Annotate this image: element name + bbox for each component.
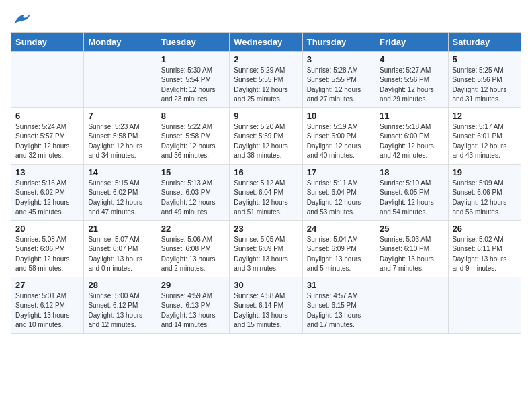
day-number: 22: [161, 224, 225, 234]
day-cell: 23Sunrise: 5:05 AM Sunset: 6:09 PM Dayli…: [230, 220, 302, 277]
day-cell: 7Sunrise: 5:23 AM Sunset: 5:58 PM Daylig…: [84, 107, 157, 164]
day-content: Sunrise: 5:17 AM Sunset: 6:01 PM Dayligh…: [453, 122, 517, 161]
day-content: Sunrise: 5:00 AM Sunset: 6:12 PM Dayligh…: [88, 291, 152, 330]
day-content: Sunrise: 5:30 AM Sunset: 5:54 PM Dayligh…: [161, 66, 225, 105]
day-content: Sunrise: 5:15 AM Sunset: 6:02 PM Dayligh…: [88, 179, 152, 218]
day-content: Sunrise: 5:13 AM Sunset: 6:03 PM Dayligh…: [161, 179, 225, 218]
day-cell: [448, 277, 521, 333]
day-content: Sunrise: 4:58 AM Sunset: 6:14 PM Dayligh…: [234, 291, 298, 330]
header-cell-wednesday: Wednesday: [230, 32, 302, 51]
day-content: Sunrise: 5:29 AM Sunset: 5:55 PM Dayligh…: [234, 66, 298, 105]
day-number: 17: [307, 167, 371, 177]
day-cell: 25Sunrise: 5:03 AM Sunset: 6:10 PM Dayli…: [375, 220, 448, 277]
day-cell: 2Sunrise: 5:29 AM Sunset: 5:55 PM Daylig…: [230, 51, 302, 107]
calendar-body: 1Sunrise: 5:30 AM Sunset: 5:54 PM Daylig…: [11, 51, 521, 333]
day-content: Sunrise: 5:11 AM Sunset: 6:04 PM Dayligh…: [307, 179, 371, 218]
day-number: 30: [234, 280, 298, 290]
day-number: 7: [88, 111, 152, 121]
day-cell: 12Sunrise: 5:17 AM Sunset: 6:01 PM Dayli…: [448, 107, 521, 164]
day-cell: 30Sunrise: 4:58 AM Sunset: 6:14 PM Dayli…: [230, 277, 302, 333]
day-cell: 19Sunrise: 5:09 AM Sunset: 6:06 PM Dayli…: [448, 164, 521, 220]
day-cell: 10Sunrise: 5:19 AM Sunset: 6:00 PM Dayli…: [302, 107, 375, 164]
day-number: 31: [307, 280, 371, 290]
day-cell: 17Sunrise: 5:11 AM Sunset: 6:04 PM Dayli…: [302, 164, 375, 220]
day-content: Sunrise: 5:18 AM Sunset: 6:00 PM Dayligh…: [380, 122, 443, 161]
day-content: Sunrise: 5:09 AM Sunset: 6:06 PM Dayligh…: [453, 179, 517, 218]
page-header: [11, 11, 521, 27]
day-number: 4: [380, 54, 443, 64]
day-number: 24: [307, 224, 371, 234]
day-content: Sunrise: 5:08 AM Sunset: 6:06 PM Dayligh…: [15, 235, 79, 274]
day-number: 14: [88, 167, 152, 177]
day-cell: [84, 51, 157, 107]
day-content: Sunrise: 5:25 AM Sunset: 5:56 PM Dayligh…: [453, 66, 517, 105]
day-content: Sunrise: 5:19 AM Sunset: 6:00 PM Dayligh…: [307, 122, 371, 161]
day-number: 5: [453, 54, 517, 64]
week-row-3: 13Sunrise: 5:16 AM Sunset: 6:02 PM Dayli…: [11, 164, 521, 220]
day-content: Sunrise: 5:27 AM Sunset: 5:56 PM Dayligh…: [380, 66, 443, 105]
day-number: 23: [234, 224, 298, 234]
calendar-table: SundayMondayTuesdayWednesdayThursdayFrid…: [11, 32, 521, 334]
header-cell-tuesday: Tuesday: [157, 32, 229, 51]
header-cell-friday: Friday: [375, 32, 448, 51]
day-number: 27: [15, 280, 79, 290]
logo-bird-icon: [12, 11, 31, 26]
day-number: 21: [88, 224, 152, 234]
day-number: 6: [15, 111, 79, 121]
day-number: 25: [380, 224, 443, 234]
day-content: Sunrise: 5:04 AM Sunset: 6:09 PM Dayligh…: [307, 235, 371, 274]
day-number: 12: [453, 111, 517, 121]
week-row-1: 1Sunrise: 5:30 AM Sunset: 5:54 PM Daylig…: [11, 51, 521, 107]
day-number: 8: [161, 111, 225, 121]
day-number: 28: [88, 280, 152, 290]
day-number: 1: [161, 54, 225, 64]
day-content: Sunrise: 5:01 AM Sunset: 6:12 PM Dayligh…: [15, 291, 79, 330]
day-content: Sunrise: 5:05 AM Sunset: 6:09 PM Dayligh…: [234, 235, 298, 274]
day-cell: 13Sunrise: 5:16 AM Sunset: 6:02 PM Dayli…: [11, 164, 84, 220]
day-number: 19: [453, 167, 517, 177]
day-content: Sunrise: 5:07 AM Sunset: 6:07 PM Dayligh…: [88, 235, 152, 274]
day-cell: 14Sunrise: 5:15 AM Sunset: 6:02 PM Dayli…: [84, 164, 157, 220]
header-cell-saturday: Saturday: [448, 32, 521, 51]
day-cell: 15Sunrise: 5:13 AM Sunset: 6:03 PM Dayli…: [157, 164, 229, 220]
day-content: Sunrise: 5:02 AM Sunset: 6:11 PM Dayligh…: [453, 235, 517, 274]
week-row-4: 20Sunrise: 5:08 AM Sunset: 6:06 PM Dayli…: [11, 220, 521, 277]
day-cell: 11Sunrise: 5:18 AM Sunset: 6:00 PM Dayli…: [375, 107, 448, 164]
day-content: Sunrise: 5:16 AM Sunset: 6:02 PM Dayligh…: [15, 179, 79, 218]
day-cell: 3Sunrise: 5:28 AM Sunset: 5:55 PM Daylig…: [302, 51, 375, 107]
day-cell: 20Sunrise: 5:08 AM Sunset: 6:06 PM Dayli…: [11, 220, 84, 277]
day-number: 10: [307, 111, 371, 121]
day-content: Sunrise: 5:24 AM Sunset: 5:57 PM Dayligh…: [15, 122, 79, 161]
header-row: SundayMondayTuesdayWednesdayThursdayFrid…: [11, 32, 521, 51]
day-number: 16: [234, 167, 298, 177]
day-content: Sunrise: 5:23 AM Sunset: 5:58 PM Dayligh…: [88, 122, 152, 161]
day-cell: 24Sunrise: 5:04 AM Sunset: 6:09 PM Dayli…: [302, 220, 375, 277]
day-cell: 18Sunrise: 5:10 AM Sunset: 6:05 PM Dayli…: [375, 164, 448, 220]
day-cell: 9Sunrise: 5:20 AM Sunset: 5:59 PM Daylig…: [230, 107, 302, 164]
header-cell-monday: Monday: [84, 32, 157, 51]
day-content: Sunrise: 5:03 AM Sunset: 6:10 PM Dayligh…: [380, 235, 443, 274]
logo: [11, 13, 31, 27]
day-cell: 26Sunrise: 5:02 AM Sunset: 6:11 PM Dayli…: [448, 220, 521, 277]
header-cell-thursday: Thursday: [302, 32, 375, 51]
day-cell: 27Sunrise: 5:01 AM Sunset: 6:12 PM Dayli…: [11, 277, 84, 333]
day-number: 20: [15, 224, 79, 234]
day-cell: 5Sunrise: 5:25 AM Sunset: 5:56 PM Daylig…: [448, 51, 521, 107]
day-number: 15: [161, 167, 225, 177]
day-cell: 8Sunrise: 5:22 AM Sunset: 5:58 PM Daylig…: [157, 107, 229, 164]
day-cell: 16Sunrise: 5:12 AM Sunset: 6:04 PM Dayli…: [230, 164, 302, 220]
day-number: 9: [234, 111, 298, 121]
day-cell: 22Sunrise: 5:06 AM Sunset: 6:08 PM Dayli…: [157, 220, 229, 277]
day-number: 11: [380, 111, 443, 121]
week-row-5: 27Sunrise: 5:01 AM Sunset: 6:12 PM Dayli…: [11, 277, 521, 333]
day-cell: [11, 51, 84, 107]
day-cell: 21Sunrise: 5:07 AM Sunset: 6:07 PM Dayli…: [84, 220, 157, 277]
day-cell: 28Sunrise: 5:00 AM Sunset: 6:12 PM Dayli…: [84, 277, 157, 333]
day-number: 13: [15, 167, 79, 177]
day-cell: 29Sunrise: 4:59 AM Sunset: 6:13 PM Dayli…: [157, 277, 229, 333]
day-number: 26: [453, 224, 517, 234]
day-content: Sunrise: 4:57 AM Sunset: 6:15 PM Dayligh…: [307, 291, 371, 330]
week-row-2: 6Sunrise: 5:24 AM Sunset: 5:57 PM Daylig…: [11, 107, 521, 164]
day-number: 3: [307, 54, 371, 64]
day-content: Sunrise: 5:22 AM Sunset: 5:58 PM Dayligh…: [161, 122, 225, 161]
